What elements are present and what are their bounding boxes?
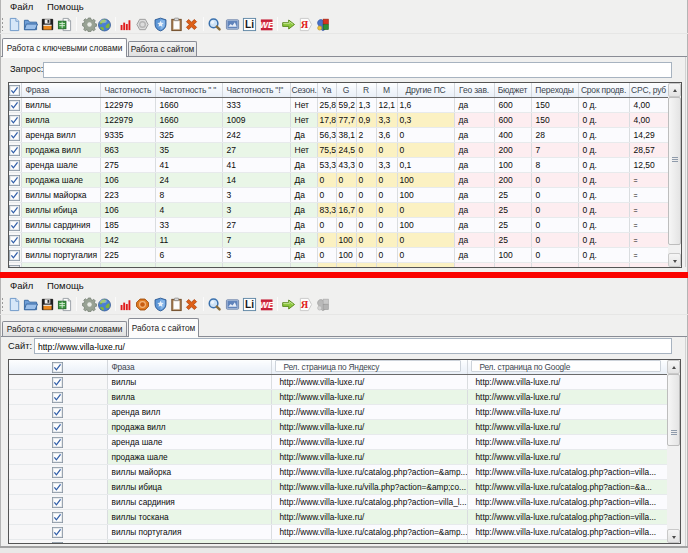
svg-text:Li: Li	[245, 299, 254, 310]
svg-text:WE: WE	[260, 20, 274, 30]
svg-text:Li: Li	[245, 19, 254, 30]
svg-text:WE: WE	[260, 300, 274, 310]
svg-text:Я: Я	[301, 19, 309, 30]
svg-text:Я: Я	[301, 299, 309, 310]
